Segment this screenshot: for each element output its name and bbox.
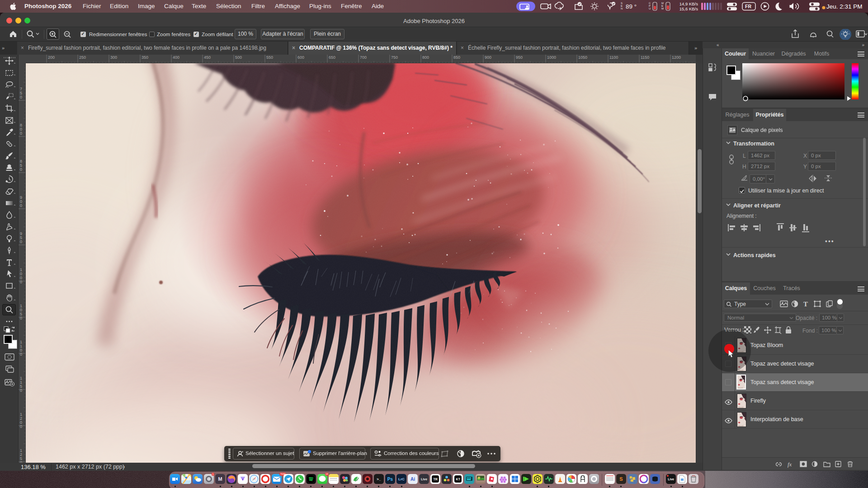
svg-text:0: 0 [20, 280, 22, 284]
svg-text:15,6 KB/s: 15,6 KB/s [679, 6, 698, 11]
svg-text:550: 550 [266, 55, 273, 60]
svg-text:350: 350 [142, 55, 148, 60]
svg-text:200: 200 [48, 55, 55, 60]
svg-text:0: 0 [20, 388, 22, 393]
svg-text:fx: fx [788, 461, 792, 468]
svg-text:14,9 KB/s: 14,9 KB/s [679, 1, 698, 6]
svg-text:0: 0 [20, 95, 22, 99]
svg-text:0: 0 [20, 203, 22, 208]
svg-text:800: 800 [422, 55, 429, 60]
svg-text:89 °: 89 ° [626, 3, 637, 10]
svg-text:700: 700 [360, 55, 367, 60]
svg-text:1100: 1100 [609, 55, 618, 60]
svg-text:600: 600 [297, 55, 304, 60]
svg-text:0: 0 [20, 167, 22, 172]
svg-text:U: U [649, 7, 651, 10]
svg-text:1150: 1150 [641, 55, 649, 60]
svg-text:FR: FR [745, 4, 751, 9]
svg-text:0: 0 [20, 131, 22, 136]
svg-text:750: 750 [391, 55, 398, 60]
svg-text:1200: 1200 [672, 55, 681, 60]
svg-text:0: 0 [20, 424, 22, 429]
svg-text:500: 500 [235, 55, 242, 60]
svg-text:M: M [661, 7, 664, 10]
svg-text:250: 250 [79, 55, 86, 60]
svg-text:900: 900 [485, 55, 491, 60]
svg-text:T: T [803, 300, 808, 308]
svg-text:1000: 1000 [547, 55, 556, 60]
svg-text:850: 850 [453, 55, 460, 60]
svg-text:450: 450 [204, 55, 211, 60]
svg-text:1050: 1050 [578, 55, 587, 60]
svg-text:Jeu. 2:31 PM: Jeu. 2:31 PM [826, 3, 863, 10]
svg-text:650: 650 [329, 55, 335, 60]
svg-text:0: 0 [20, 352, 22, 357]
svg-text:950: 950 [516, 55, 523, 60]
svg-text:400: 400 [173, 55, 179, 60]
svg-text:N: N [621, 7, 623, 10]
svg-text:0: 0 [20, 316, 22, 320]
svg-text:0: 0 [20, 239, 22, 244]
svg-text:300: 300 [110, 55, 117, 60]
